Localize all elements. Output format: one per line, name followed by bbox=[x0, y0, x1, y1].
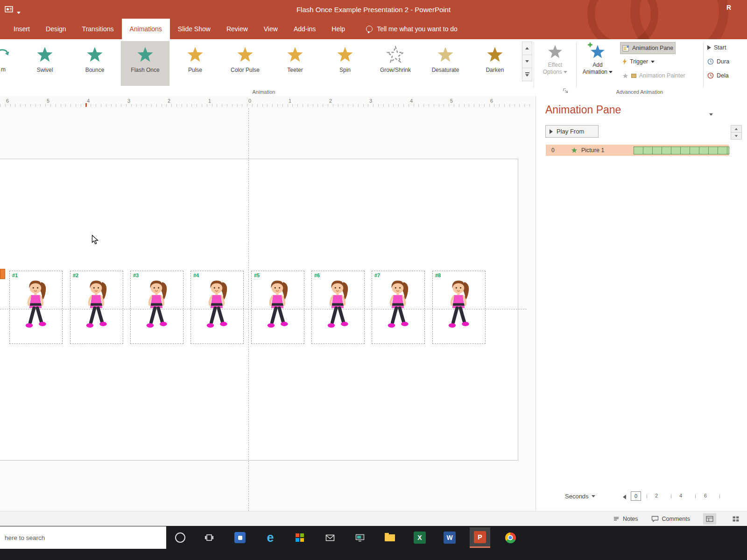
add-animation-button[interactable]: Add Animation bbox=[579, 41, 616, 76]
star-icon bbox=[336, 46, 354, 63]
effect-options-button[interactable]: Effect Options bbox=[535, 41, 575, 76]
delay-control[interactable]: Dela bbox=[707, 70, 729, 81]
file-explorer-icon bbox=[385, 534, 395, 541]
microsoft-store-button[interactable] bbox=[289, 527, 310, 548]
play-from-button[interactable]: Play From bbox=[545, 125, 599, 138]
word-button[interactable]: W bbox=[439, 527, 460, 548]
gallery-item-swivel[interactable]: Swivel bbox=[21, 41, 69, 86]
windows-taskbar: here to search e X W P bbox=[0, 526, 747, 560]
gallery-scroll-up-button[interactable] bbox=[522, 42, 532, 55]
titlebar: Flash Once Example Presentation 2 - Powe… bbox=[0, 0, 747, 19]
status-bar: Notes Comments bbox=[0, 511, 747, 526]
tab-transitions[interactable]: Transitions bbox=[74, 19, 122, 39]
notes-button[interactable]: Notes bbox=[613, 516, 638, 522]
ruler-number: 3 bbox=[125, 98, 133, 104]
frame-label: #1 bbox=[12, 273, 18, 278]
star-icon bbox=[286, 46, 304, 63]
tab-view[interactable]: View bbox=[256, 19, 286, 39]
normal-view-button[interactable] bbox=[703, 513, 716, 525]
blue-app-button[interactable] bbox=[230, 527, 250, 548]
picture-frame-2[interactable]: #2 bbox=[70, 271, 123, 344]
tab-insert[interactable]: Insert bbox=[6, 19, 38, 39]
file-explorer-button[interactable] bbox=[380, 527, 400, 548]
tell-me-search[interactable]: Tell me what you want to do bbox=[366, 19, 458, 39]
walking-girl-image bbox=[324, 279, 352, 333]
gallery-item-grow-shrink[interactable]: Grow/Shrink bbox=[371, 41, 420, 86]
slide-editing-area[interactable]: #1 #2 #3 #4 #5 #6 #7 #8 bbox=[0, 108, 536, 511]
star-icon bbox=[622, 73, 628, 79]
animation-list-item[interactable]: 0 Picture 1 bbox=[546, 145, 729, 156]
gallery-item-pulse[interactable]: Pulse bbox=[171, 41, 219, 86]
chevron-down-icon bbox=[525, 60, 529, 63]
gallery-scroll-down-button[interactable] bbox=[522, 55, 532, 68]
gallery-item-label: Flash Once bbox=[121, 67, 169, 73]
ruler-number: 4 bbox=[85, 98, 92, 104]
title-and-ribbon-tabs: Flash Once Example Presentation 2 - Powe… bbox=[0, 0, 747, 39]
duration-control[interactable]: Dura bbox=[707, 56, 729, 67]
picture-frame-7[interactable]: #7 bbox=[372, 271, 425, 344]
chrome-icon bbox=[505, 532, 516, 543]
picture-frame-5[interactable]: #5 bbox=[251, 271, 304, 344]
search-input[interactable]: here to search bbox=[0, 526, 166, 549]
gallery-item-teeter[interactable]: Teeter bbox=[271, 41, 319, 86]
edge-button[interactable]: e bbox=[260, 527, 281, 548]
gallery-item-spin[interactable]: Spin bbox=[321, 41, 369, 86]
pane-menu-chevron-icon[interactable] bbox=[709, 110, 713, 119]
gallery-item-partial[interactable]: m bbox=[0, 41, 20, 86]
tab-review[interactable]: Review bbox=[218, 19, 256, 39]
start-control[interactable]: Start bbox=[707, 42, 726, 53]
timeline-scroll-left-icon[interactable] bbox=[623, 495, 626, 499]
picture-frame-8[interactable]: #8 bbox=[432, 271, 486, 344]
tab-design[interactable]: Design bbox=[38, 19, 74, 39]
group-separator bbox=[534, 42, 534, 88]
excel-button[interactable]: X bbox=[409, 527, 430, 548]
gallery-item-darken[interactable]: Darken bbox=[471, 41, 519, 86]
edge-icon: e bbox=[267, 532, 274, 544]
ruler-indent-marker[interactable] bbox=[85, 103, 87, 107]
cortana-button[interactable] bbox=[170, 527, 190, 548]
tab-animations[interactable]: Animations bbox=[122, 19, 170, 39]
move-later-button[interactable] bbox=[731, 132, 742, 140]
gallery-item-label: Grow/Shrink bbox=[371, 67, 420, 73]
screen-share-button[interactable] bbox=[350, 527, 370, 548]
gallery-item-flash-once[interactable]: Flash Once bbox=[121, 41, 169, 86]
picture-frame-4[interactable]: #4 bbox=[190, 271, 244, 344]
mail-button[interactable] bbox=[320, 527, 340, 548]
selection-handle[interactable] bbox=[0, 269, 5, 279]
timeline-zero-box[interactable]: 0 bbox=[631, 491, 641, 501]
powerpoint-button[interactable]: P bbox=[470, 527, 490, 548]
lightbulb-icon bbox=[366, 26, 373, 32]
tab-slide-show[interactable]: Slide Show bbox=[170, 19, 218, 39]
seconds-dropdown[interactable]: Seconds bbox=[565, 493, 595, 500]
gallery-item-color-pulse[interactable]: Color Pulse bbox=[221, 41, 269, 86]
move-earlier-button[interactable] bbox=[731, 125, 742, 133]
task-view-button[interactable] bbox=[199, 527, 219, 548]
trigger-button[interactable]: Trigger bbox=[620, 56, 657, 67]
play-icon bbox=[707, 45, 711, 50]
slide-sorter-view-button[interactable] bbox=[729, 513, 742, 525]
animation-pane-button[interactable]: Animation Pane bbox=[620, 42, 676, 54]
tab-help[interactable]: Help bbox=[324, 19, 353, 39]
dialog-launcher-icon[interactable] bbox=[563, 88, 569, 94]
gallery-expand-button[interactable] bbox=[522, 68, 532, 81]
horizontal-ruler: 6 5 4 3 2 1 0 1 2 3 4 5 6 bbox=[0, 96, 536, 109]
comments-button[interactable]: Comments bbox=[651, 516, 690, 522]
picture-frame-1[interactable]: #1 bbox=[9, 271, 63, 344]
gallery-item-desaturate[interactable]: Desaturate bbox=[421, 41, 470, 86]
timeline-duration-bar[interactable] bbox=[634, 147, 729, 154]
word-icon: W bbox=[444, 532, 456, 544]
group-label-advanced-animation: Advanced Animation bbox=[578, 89, 701, 95]
chrome-button[interactable] bbox=[500, 527, 521, 548]
microsoft-store-icon bbox=[296, 533, 304, 542]
gallery-item-bounce[interactable]: Bounce bbox=[70, 41, 119, 86]
group-label-animation: Animation bbox=[0, 89, 528, 95]
notes-label: Notes bbox=[623, 516, 638, 522]
animation-painter-button[interactable]: Animation Painter bbox=[620, 70, 688, 81]
ruler-number: 5 bbox=[448, 98, 455, 104]
star-icon bbox=[436, 46, 455, 63]
picture-frame-3[interactable]: #3 bbox=[130, 271, 183, 344]
play-from-label: Play From bbox=[557, 128, 584, 135]
user-initial[interactable]: R bbox=[726, 4, 731, 11]
picture-frame-6[interactable]: #6 bbox=[311, 271, 365, 344]
tab-add-ins[interactable]: Add-ins bbox=[286, 19, 324, 39]
